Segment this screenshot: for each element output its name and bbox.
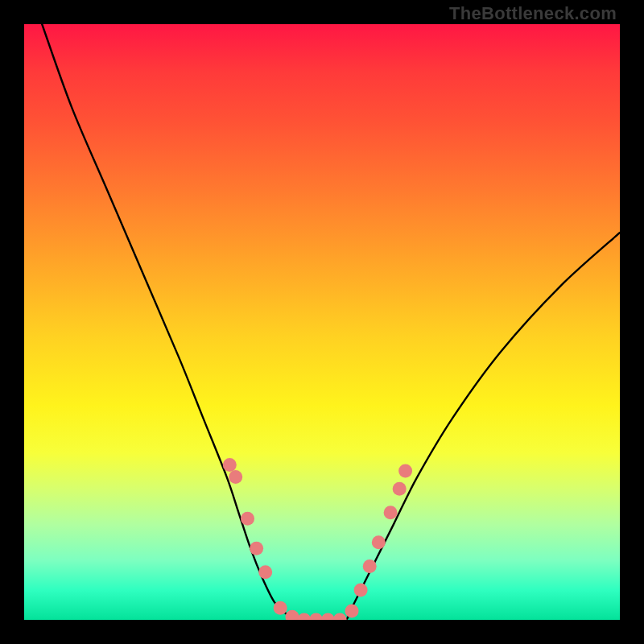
curve-marker [223,458,237,472]
curve-marker [398,464,412,478]
watermark-text: TheBottleneck.com [449,3,617,24]
curve-marker [258,565,272,579]
curve-marker [372,535,386,549]
curve-marker [321,613,335,621]
curve-marker [229,470,242,484]
curve-marker [354,584,368,597]
curve-marker [297,613,311,621]
curve-marker [384,506,398,519]
plot-area [24,24,620,620]
curve-marker [286,610,299,620]
curve-marker [393,482,407,496]
curve-marker [309,613,323,621]
curve-marker [250,542,263,555]
curve-marker [241,512,254,526]
chart-frame: TheBottleneck.com [0,0,644,644]
curve-marker [345,604,359,617]
chart-svg [24,24,620,620]
curve-markers [223,458,412,620]
curve-marker [333,613,347,621]
curve-marker [363,559,377,573]
bottleneck-curve-path [42,24,620,620]
curve-marker [274,601,287,615]
